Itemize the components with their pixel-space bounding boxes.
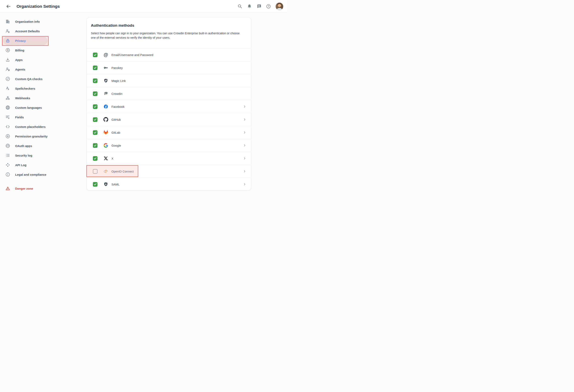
magic-link-checkbox[interactable] bbox=[93, 78, 98, 83]
user-gear-icon bbox=[5, 29, 10, 34]
bulleted-list-icon bbox=[5, 153, 10, 158]
user-cube-icon bbox=[5, 67, 10, 72]
top-header: Organization Settings bbox=[0, 0, 287, 13]
auth-method-label: Google bbox=[111, 144, 121, 147]
avatar-shirt bbox=[276, 8, 282, 10]
sidebar-item-danger-zone[interactable]: Danger zone bbox=[0, 184, 86, 193]
dollar-circle-icon: $ bbox=[5, 48, 10, 53]
openid-checkbox[interactable] bbox=[93, 169, 98, 174]
notifications-button[interactable] bbox=[247, 4, 252, 9]
auth-method-label: Crowdin bbox=[111, 92, 122, 96]
auth-row-openid-connect[interactable]: OpenID Connect bbox=[87, 165, 251, 178]
sidebar-item-legal-and-compliance[interactable]: Legal and compliance bbox=[0, 170, 86, 179]
chat-icon bbox=[257, 4, 261, 9]
sidebar-item-label: Custom QA checks bbox=[15, 77, 42, 81]
sidebar-item-label: Webhooks bbox=[15, 97, 30, 100]
back-arrow-icon bbox=[6, 4, 11, 9]
saml-checkbox[interactable] bbox=[93, 182, 98, 187]
card-title: Authentication methods bbox=[91, 23, 247, 28]
sidebar-item-label: Fields bbox=[15, 116, 24, 119]
sidebar-item-permission-granularity[interactable]: Permission granularity bbox=[0, 132, 86, 141]
chevron-right-icon[interactable] bbox=[243, 131, 246, 134]
auth-row-email-password[interactable]: @ Email/Username and Password bbox=[87, 48, 251, 61]
spellcheck-icon bbox=[5, 86, 10, 91]
auth-row-gitlab[interactable]: GitLab bbox=[87, 126, 251, 139]
auth-row-facebook[interactable]: Facebook bbox=[87, 100, 251, 113]
auth-row-crowdin[interactable]: Crowdin bbox=[87, 87, 251, 100]
sidebar-item-account-defaults[interactable]: Account Defaults bbox=[0, 26, 86, 36]
diamonds-icon bbox=[5, 162, 10, 167]
chevron-right-icon[interactable] bbox=[243, 105, 246, 108]
back-arrow-button[interactable] bbox=[6, 4, 11, 9]
sidebar-item-spellcheckers[interactable]: Spellcheckers bbox=[0, 84, 86, 93]
authentication-methods-card: Authentication methods Select how people… bbox=[86, 17, 251, 190]
organization-settings-page: Organization Settings bbox=[0, 0, 287, 196]
sidebar-item-fields[interactable]: Fields bbox=[0, 112, 86, 122]
sidebar-item-webhooks[interactable]: Webhooks bbox=[0, 93, 86, 103]
plus-circle-icon bbox=[5, 134, 10, 139]
chevron-right-icon[interactable] bbox=[243, 118, 246, 121]
svg-text:?: ? bbox=[268, 5, 269, 8]
crowdin-checkbox[interactable] bbox=[93, 91, 98, 96]
auth-row-passkey[interactable]: Passkey bbox=[87, 61, 251, 74]
user-avatar[interactable] bbox=[276, 2, 283, 10]
chevron-right-icon[interactable] bbox=[243, 157, 246, 160]
passkey-checkbox[interactable] bbox=[93, 65, 98, 70]
sidebar-item-label: OAuth apps bbox=[15, 144, 32, 148]
shield-link-icon bbox=[103, 78, 108, 83]
email-password-checkbox[interactable] bbox=[93, 53, 98, 57]
sidebar-item-privacy[interactable]: Privacy bbox=[0, 36, 86, 45]
sidebar-item-label: Account Defaults bbox=[15, 29, 40, 33]
chevron-right-icon[interactable] bbox=[243, 144, 246, 147]
sidebar-item-api-log[interactable]: API Log bbox=[0, 160, 86, 170]
help-button[interactable]: ? bbox=[266, 4, 271, 9]
sidebar-item-label: Security log bbox=[15, 154, 32, 157]
sidebar-item-billing[interactable]: $ Billing bbox=[0, 45, 86, 55]
google-checkbox[interactable] bbox=[93, 143, 98, 148]
chevron-right-icon[interactable] bbox=[243, 170, 246, 173]
gitlab-checkbox[interactable] bbox=[93, 130, 98, 135]
sidebar-item-custom-languages[interactable]: Custom languages bbox=[0, 103, 86, 112]
auth-row-github[interactable]: GitHub bbox=[87, 113, 251, 126]
messages-button[interactable] bbox=[257, 4, 261, 9]
auth-row-x[interactable]: X bbox=[87, 152, 251, 165]
auth-method-label: X bbox=[111, 157, 113, 160]
info-circle-icon bbox=[5, 172, 10, 177]
sidebar-item-label: Legal and compliance bbox=[15, 173, 46, 176]
sidebar-item-oauth-apps[interactable]: OAuth apps bbox=[0, 141, 86, 151]
angle-brackets-icon bbox=[5, 124, 10, 129]
x-icon bbox=[103, 156, 108, 161]
auth-row-saml[interactable]: SAML bbox=[87, 178, 251, 191]
gitlab-icon bbox=[103, 130, 108, 135]
webhook-icon bbox=[5, 96, 10, 100]
chevron-right-icon[interactable] bbox=[243, 183, 246, 186]
x-checkbox[interactable] bbox=[93, 156, 98, 161]
facebook-checkbox[interactable] bbox=[93, 104, 98, 109]
auth-method-label: GitLab bbox=[111, 131, 120, 134]
sidebar-item-security-log[interactable]: Security log bbox=[0, 151, 86, 160]
github-checkbox[interactable] bbox=[93, 117, 98, 122]
building-icon bbox=[5, 19, 10, 24]
cloud-circle-icon bbox=[5, 143, 10, 148]
auth-row-google[interactable]: Google bbox=[87, 139, 251, 152]
sidebar-item-label: Custom placeholders bbox=[15, 125, 46, 128]
sidebar-item-agents[interactable]: Agents bbox=[0, 64, 86, 74]
avatar-face bbox=[278, 4, 281, 7]
page-title: Organization Settings bbox=[17, 4, 60, 9]
sidebar-item-custom-qa-checks[interactable]: Custom QA checks bbox=[0, 74, 86, 84]
search-icon bbox=[238, 4, 242, 9]
sidebar-item-apps[interactable]: Apps bbox=[0, 55, 86, 64]
lock-icon bbox=[5, 38, 10, 43]
search-button[interactable] bbox=[237, 4, 242, 9]
sidebar-item-label: Permission granularity bbox=[15, 135, 48, 138]
sidebar-item-organization-info[interactable]: Organization info bbox=[0, 17, 86, 26]
sidebar-item-label: Agents bbox=[15, 68, 25, 71]
warning-triangle-icon bbox=[5, 186, 10, 191]
bell-icon bbox=[247, 4, 252, 9]
sidebar-item-custom-placeholders[interactable]: Custom placeholders bbox=[0, 122, 86, 132]
auth-method-label: Facebook bbox=[111, 105, 124, 108]
auth-row-magic-link[interactable]: Magic Link bbox=[87, 74, 251, 87]
auth-method-label: Magic Link bbox=[111, 79, 126, 82]
globe-icon bbox=[5, 105, 10, 110]
list-plus-icon bbox=[5, 115, 10, 119]
